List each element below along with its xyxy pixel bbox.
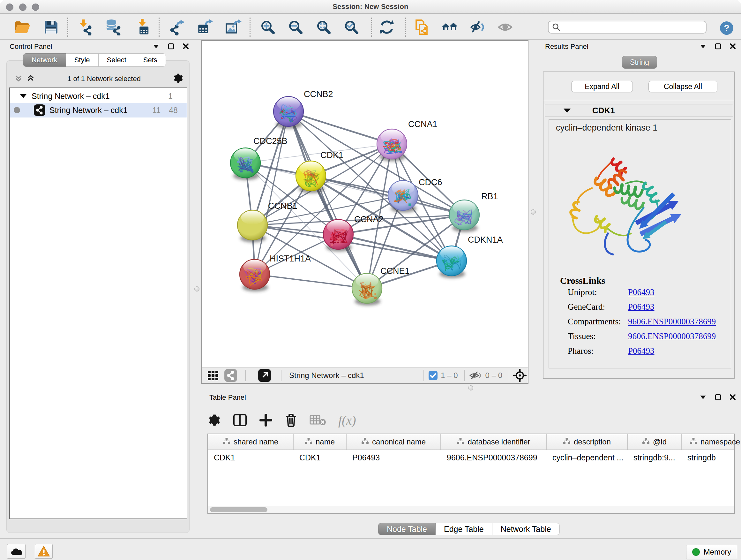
network-collection-row[interactable]: String Network – cdk1 1: [10, 89, 187, 104]
warnings-button[interactable]: [35, 544, 53, 559]
zoom-selected-icon[interactable]: [342, 18, 360, 36]
network-row-selected[interactable]: String Network – cdk1 11 48: [10, 103, 187, 118]
crosslink-value-link[interactable]: 9606.ENSP00000378699: [628, 331, 716, 341]
column-header-namespace[interactable]: namespace: [682, 434, 741, 449]
collapse-all-button[interactable]: Collapse All: [649, 81, 718, 92]
float-panel-icon[interactable]: [152, 44, 159, 49]
network-node-CCNB2[interactable]: [273, 97, 304, 129]
tab-style[interactable]: Style: [66, 53, 98, 67]
network-node-CDC6[interactable]: [388, 180, 418, 212]
show-panels-home-icon[interactable]: [441, 18, 459, 36]
close-panel-icon[interactable]: [730, 43, 736, 50]
network-node-CDKN1A[interactable]: [436, 246, 467, 278]
collapse-all-networks-icon[interactable]: [14, 73, 23, 84]
crosslink-value-link[interactable]: P06493: [628, 346, 655, 356]
table-cell[interactable]: P06493: [347, 450, 441, 465]
network-graph[interactable]: CCNB2CCNA1CDC25BCDK1CDC6RB1CCNB1CCNA2CDK…: [202, 41, 528, 367]
network-node-CDC25B[interactable]: [230, 148, 260, 180]
maximize-panel-icon[interactable]: [715, 394, 721, 400]
column-header--id[interactable]: @id: [628, 434, 682, 449]
zoom-fit-icon[interactable]: [315, 18, 333, 36]
table-cell[interactable]: CDK1: [208, 450, 293, 465]
import-network-file-icon[interactable]: [76, 18, 94, 36]
layout-refresh-icon[interactable]: [378, 18, 396, 36]
network-node-CCNA1[interactable]: [377, 129, 407, 161]
delete-column-trash-icon[interactable]: [285, 413, 297, 427]
export-table-icon[interactable]: [196, 18, 214, 36]
maximize-panel-icon[interactable]: [168, 43, 174, 50]
crosshair-center-icon[interactable]: [513, 369, 527, 382]
table-cell[interactable]: cyclin–dependent ...: [547, 450, 628, 465]
bottom-splitter-handle[interactable]: [468, 385, 473, 390]
column-header-canonical-name[interactable]: canonical name: [347, 434, 441, 449]
export-image-icon[interactable]: [224, 18, 242, 36]
network-node-CCNE1[interactable]: [352, 273, 382, 306]
network-node-HIST1H1A[interactable]: [240, 259, 270, 292]
export-network-icon[interactable]: [168, 18, 186, 36]
table-cell[interactable]: stringdb:9...: [628, 450, 682, 465]
network-node-CCNA2[interactable]: [323, 219, 353, 252]
network-node-CCNB1[interactable]: [238, 210, 267, 242]
network-edge[interactable]: [255, 274, 367, 288]
close-panel-icon[interactable]: [730, 394, 736, 400]
add-column-plus-icon[interactable]: [259, 414, 273, 427]
column-header-name[interactable]: name: [293, 434, 347, 449]
gene-entry-header[interactable]: CDK1: [545, 104, 733, 117]
float-panel-icon[interactable]: [699, 395, 706, 399]
network-edge[interactable]: [288, 111, 392, 144]
help-button[interactable]: ?: [719, 21, 734, 36]
clone-network-icon[interactable]: [413, 18, 431, 36]
table-cell[interactable]: CDK1: [293, 450, 347, 465]
scrollbar-thumb[interactable]: [210, 507, 267, 512]
grid-view-icon[interactable]: [207, 369, 219, 382]
table-horizontal-scrollbar[interactable]: [208, 506, 734, 513]
table-row[interactable]: CDK1CDK1P064939606.ENSP00000378699cyclin…: [208, 450, 734, 465]
network-node-CDK1[interactable]: [296, 161, 326, 193]
tab-network[interactable]: Network: [23, 53, 66, 67]
maximize-panel-icon[interactable]: [715, 43, 721, 50]
network-node-RB1[interactable]: [449, 200, 479, 232]
tab-node-table[interactable]: Node Table: [378, 523, 435, 535]
search-box[interactable]: [548, 21, 706, 34]
split-columns-icon[interactable]: [233, 414, 247, 427]
zoom-in-icon[interactable]: [259, 18, 277, 36]
close-panel-icon[interactable]: [183, 43, 189, 50]
table-settings-gear-icon[interactable]: [207, 414, 221, 427]
expand-all-networks-icon[interactable]: [26, 73, 36, 84]
function-builder-fx-icon[interactable]: f(x): [338, 413, 356, 428]
right-splitter-handle[interactable]: [531, 209, 536, 214]
cloud-button[interactable]: [7, 544, 25, 559]
zoom-out-icon[interactable]: [286, 18, 305, 36]
table-cell[interactable]: stringdb: [682, 450, 741, 465]
open-in-window-icon[interactable]: [258, 369, 271, 382]
open-folder-icon[interactable]: [13, 18, 31, 36]
entry-collapse-triangle-icon[interactable]: [563, 108, 571, 113]
hide-selected-eye-icon[interactable]: [469, 18, 487, 36]
import-table-file-icon[interactable]: [134, 18, 151, 36]
tree-expand-triangle-icon[interactable]: [19, 94, 27, 99]
crosslink-value-link[interactable]: P06493: [628, 287, 655, 297]
expand-all-button[interactable]: Expand All: [571, 81, 633, 92]
table-cell[interactable]: 9606.ENSP00000378699: [441, 450, 547, 465]
tab-sets[interactable]: Sets: [135, 53, 166, 67]
column-header-shared-name[interactable]: shared name: [208, 434, 293, 449]
left-splitter-handle[interactable]: [194, 287, 199, 292]
crosslink-value-link[interactable]: P06493: [628, 302, 655, 312]
tab-string[interactable]: String: [622, 56, 657, 69]
float-panel-icon[interactable]: [699, 44, 706, 49]
network-edge[interactable]: [255, 111, 288, 274]
tab-network-table[interactable]: Network Table: [492, 523, 560, 535]
crosslink-value-link[interactable]: 9606.ENSP00000378699: [628, 317, 716, 327]
network-options-gear-icon[interactable]: [173, 73, 184, 85]
column-header-database-identifier[interactable]: database identifier: [441, 434, 547, 449]
column-header-description[interactable]: description: [547, 434, 628, 449]
import-network-database-icon[interactable]: [105, 18, 122, 36]
save-icon[interactable]: [42, 18, 60, 36]
network-canvas[interactable]: CCNB2CCNA1CDC25BCDK1CDC6RB1CCNB1CCNA2CDK…: [201, 40, 529, 384]
tab-select[interactable]: Select: [98, 53, 135, 67]
delete-table-icon[interactable]: [310, 414, 326, 427]
show-all-eye-icon[interactable]: [497, 18, 515, 36]
memory-button[interactable]: Memory: [686, 545, 737, 559]
share-network-icon[interactable]: [224, 369, 238, 382]
tab-edge-table[interactable]: Edge Table: [435, 523, 492, 535]
